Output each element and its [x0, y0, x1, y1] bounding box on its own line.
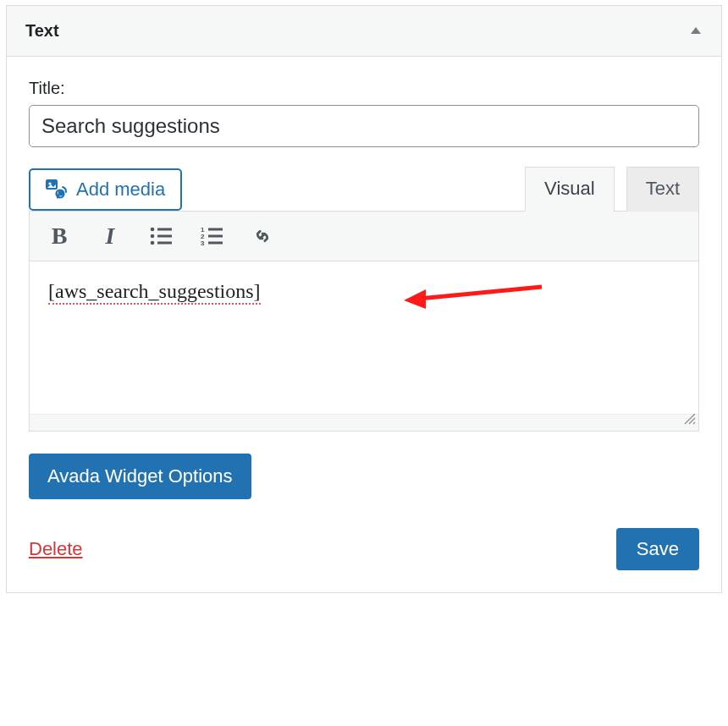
editor-content[interactable]: [aws_search_suggestions]: [30, 261, 698, 414]
link-button[interactable]: [246, 220, 279, 252]
editor-tabs: Visual Text: [525, 166, 699, 211]
title-input[interactable]: [29, 105, 699, 147]
widget-title: Text: [25, 21, 59, 41]
shortcode-text: [aws_search_suggestions]: [48, 280, 261, 305]
collapse-up-icon: [689, 24, 703, 39]
resize-handle-row: [30, 414, 698, 431]
svg-rect-0: [46, 179, 58, 190]
bullet-list-button[interactable]: [145, 220, 177, 252]
svg-text:3: 3: [201, 239, 205, 245]
svg-point-3: [58, 190, 64, 196]
add-media-button[interactable]: Add media: [29, 168, 182, 211]
editor-toolbar: B I 123: [30, 212, 698, 261]
add-media-label: Add media: [76, 179, 165, 201]
media-icon: [46, 179, 68, 200]
svg-line-16: [419, 287, 542, 299]
tab-text[interactable]: Text: [626, 167, 699, 212]
title-label: Title:: [29, 79, 699, 98]
svg-marker-17: [404, 289, 426, 309]
widget-footer: Delete Save: [29, 528, 699, 570]
bold-button[interactable]: B: [43, 220, 75, 252]
widget-header[interactable]: Text: [7, 6, 721, 57]
avada-widget-options-button[interactable]: Avada Widget Options: [29, 454, 251, 499]
numbered-list-button[interactable]: 123: [196, 220, 228, 252]
editor: B I 123 [aws_search_suggestions]: [29, 211, 699, 432]
svg-point-6: [151, 234, 155, 239]
svg-rect-13: [208, 235, 223, 238]
svg-rect-5: [157, 228, 172, 231]
media-tab-row: Add media Visual Text: [29, 166, 699, 211]
svg-point-8: [151, 241, 155, 245]
svg-rect-15: [208, 242, 223, 245]
svg-rect-7: [157, 235, 172, 238]
widget-body: Title: Add media: [7, 57, 721, 592]
svg-rect-9: [157, 242, 172, 245]
svg-rect-11: [208, 228, 223, 231]
resize-handle-icon[interactable]: [683, 412, 697, 429]
save-button[interactable]: Save: [616, 528, 699, 570]
svg-point-4: [151, 228, 155, 232]
text-widget: Text Title:: [6, 5, 722, 593]
arrow-annotation: [402, 277, 546, 311]
delete-link[interactable]: Delete: [29, 538, 83, 560]
italic-button[interactable]: I: [94, 220, 126, 252]
tab-visual[interactable]: Visual: [525, 167, 615, 212]
